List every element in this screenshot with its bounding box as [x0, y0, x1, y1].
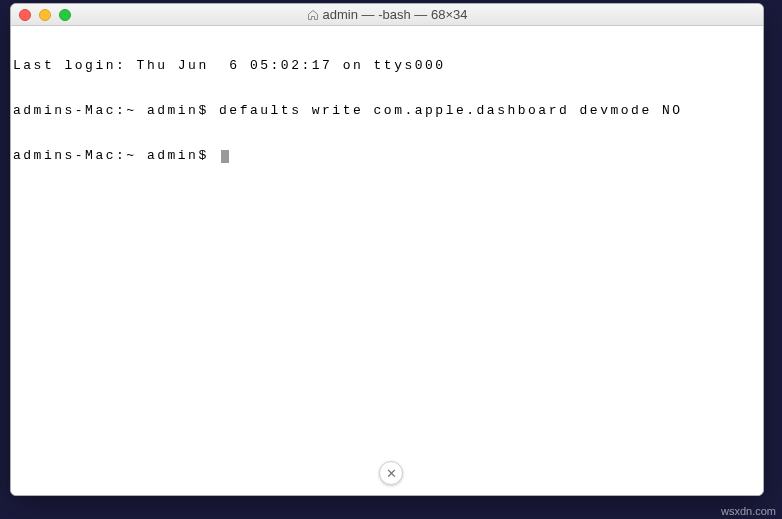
- terminal-prompt-line: admins-Mac:~ admin$: [13, 148, 761, 163]
- terminal-body[interactable]: Last login: Thu Jun 6 05:02:17 on ttys00…: [11, 26, 763, 495]
- terminal-prompt: admins-Mac:~ admin$: [13, 148, 219, 163]
- watermark: wsxdn.com: [721, 505, 776, 517]
- window-title: admin — -bash — 68×34: [323, 7, 468, 22]
- terminal-window: admin — -bash — 68×34 Last login: Thu Ju…: [10, 3, 764, 496]
- window-title-wrap: admin — -bash — 68×34: [11, 7, 763, 22]
- terminal-line: Last login: Thu Jun 6 05:02:17 on ttys00…: [13, 58, 761, 73]
- cursor: [221, 150, 229, 163]
- minimize-window-button[interactable]: [39, 9, 51, 21]
- home-icon: [307, 9, 319, 21]
- traffic-lights: [11, 9, 71, 21]
- close-window-button[interactable]: [19, 9, 31, 21]
- close-overlay-button[interactable]: ✕: [379, 461, 403, 485]
- close-icon: ✕: [386, 466, 397, 481]
- zoom-window-button[interactable]: [59, 9, 71, 21]
- terminal-line: admins-Mac:~ admin$ defaults write com.a…: [13, 103, 761, 118]
- titlebar[interactable]: admin — -bash — 68×34: [11, 4, 763, 26]
